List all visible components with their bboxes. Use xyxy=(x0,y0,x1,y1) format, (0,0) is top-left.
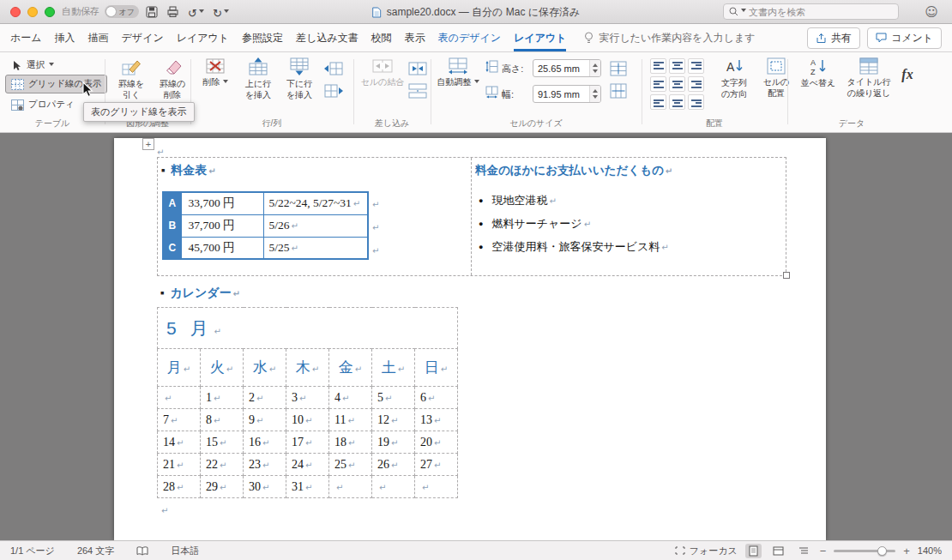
date-cell[interactable]: 9 xyxy=(244,409,286,431)
date-cell[interactable]: 8 xyxy=(201,409,244,431)
date-cell[interactable]: 18 xyxy=(329,431,372,454)
table-resize-handle[interactable] xyxy=(783,272,790,279)
date-cell[interactable]: 14 xyxy=(158,431,201,454)
row-height-stepper[interactable] xyxy=(589,60,600,76)
sort-button[interactable]: AZ 並べ替え xyxy=(796,56,841,89)
column-width-spinner[interactable] xyxy=(533,85,601,103)
select-button[interactable]: 選択 xyxy=(5,56,60,75)
tab-design[interactable]: デザイン xyxy=(122,24,164,51)
date-cell[interactable]: 5 xyxy=(372,387,415,409)
calendar-weekday-row[interactable]: 月 火 水 木 金 土 日 xyxy=(158,349,458,387)
tab-review[interactable]: 校閲 xyxy=(371,24,392,51)
date-cell[interactable]: 2 xyxy=(244,387,286,409)
redo-button[interactable] xyxy=(213,5,229,19)
column-width-stepper[interactable] xyxy=(589,86,600,102)
table-move-handle[interactable] xyxy=(142,138,154,150)
weekday-cell[interactable]: 日 xyxy=(415,349,458,387)
table-row[interactable]: A 33,700 円 5/22~24, 5/27~31 xyxy=(163,192,368,214)
date-cell[interactable]: 12 xyxy=(372,409,415,431)
align-bottom-right-button[interactable] xyxy=(688,94,704,110)
layout-table[interactable]: 料金表 A 33,700 円 5/22~24, 5/27~31 B 37,700… xyxy=(157,157,786,276)
window-minimize-button[interactable] xyxy=(27,7,38,17)
document-canvas[interactable]: 料金表 A 33,700 円 5/22~24, 5/27~31 B 37,700… xyxy=(0,133,952,540)
date-cell[interactable]: 20 xyxy=(415,431,458,454)
tell-me-box[interactable]: 実行したい作業内容を入力します xyxy=(584,24,755,51)
tab-table-layout[interactable]: レイアウト xyxy=(514,24,566,51)
zoom-out-button[interactable] xyxy=(820,545,827,557)
stepper-up-icon[interactable] xyxy=(593,87,598,93)
date-cell[interactable]: 26 xyxy=(372,454,415,476)
autosave-toggle[interactable]: オフ xyxy=(105,5,139,18)
price-row-key[interactable]: B xyxy=(163,214,181,237)
dates-cell[interactable]: 5/26 xyxy=(263,214,368,237)
insert-above-button[interactable]: 上に行 を挿入 xyxy=(238,56,278,100)
feedback-smiley-button[interactable] xyxy=(925,4,938,20)
delete-table-button[interactable]: 削除 xyxy=(196,56,235,88)
stepper-down-icon[interactable] xyxy=(593,69,598,75)
calendar-week-row[interactable]: 28 29 30 31 xyxy=(158,476,458,498)
zoom-slider-knob[interactable] xyxy=(877,546,887,556)
formula-button[interactable]: fx xyxy=(895,63,919,87)
calendar-month-row[interactable]: 5 月 xyxy=(158,308,458,349)
save-button[interactable] xyxy=(146,5,158,19)
insert-right-button[interactable] xyxy=(322,81,345,101)
date-cell[interactable]: 29 xyxy=(201,476,244,498)
table-row[interactable]: B 37,700 円 5/26 xyxy=(163,214,368,237)
calendar-week-row[interactable]: 21 22 23 24 25 26 27 xyxy=(158,454,458,476)
calendar-week-row[interactable]: 14 15 16 17 18 19 20 xyxy=(158,431,458,454)
table-properties-button[interactable]: プロパティ xyxy=(5,95,81,114)
web-layout-view-button[interactable] xyxy=(769,545,787,557)
split-cells-button[interactable] xyxy=(407,58,429,79)
insert-below-button[interactable]: 下に行 を挿入 xyxy=(280,56,319,100)
price-cell[interactable]: 45,700 円 xyxy=(181,237,263,259)
date-cell[interactable]: 10 xyxy=(286,409,329,431)
row-height-input[interactable] xyxy=(533,60,589,76)
weekday-cell[interactable]: 水 xyxy=(244,349,286,387)
date-cell[interactable]: 17 xyxy=(286,431,329,454)
align-center-right-button[interactable] xyxy=(688,76,704,92)
draw-table-button[interactable]: 罫線を 引く xyxy=(111,56,151,100)
document-search-field[interactable] xyxy=(723,3,899,20)
print-layout-view-button[interactable] xyxy=(745,544,762,558)
date-cell[interactable]: 27 xyxy=(415,454,458,476)
align-center-button[interactable] xyxy=(669,76,685,92)
date-cell[interactable] xyxy=(372,476,415,498)
price-row-key[interactable]: A xyxy=(163,192,181,214)
page-indicator[interactable]: 1/1 ページ xyxy=(10,545,55,557)
tab-mailings[interactable]: 差し込み文書 xyxy=(296,24,359,51)
date-cell[interactable]: 19 xyxy=(372,431,415,454)
zoom-in-button[interactable] xyxy=(903,545,910,557)
stepper-up-icon[interactable] xyxy=(593,61,598,67)
price-table[interactable]: A 33,700 円 5/22~24, 5/27~31 B 37,700 円 5… xyxy=(162,191,369,260)
calendar-week-row[interactable]: 7 8 9 10 11 12 13 xyxy=(158,409,458,431)
text-direction-button[interactable]: A 文字列 の方向 xyxy=(714,56,755,99)
column-width-input[interactable] xyxy=(533,86,589,102)
proofing-status-button[interactable] xyxy=(136,546,148,556)
date-cell[interactable]: 3 xyxy=(286,387,329,409)
date-cell[interactable]: 15 xyxy=(201,431,244,454)
tab-insert[interactable]: 挿入 xyxy=(55,24,75,51)
date-cell[interactable] xyxy=(329,476,372,498)
tab-draw[interactable]: 描画 xyxy=(88,24,109,51)
repeat-header-rows-button[interactable]: タイトル行 の繰り返し xyxy=(844,56,894,99)
weekday-cell[interactable]: 木 xyxy=(286,349,329,387)
date-cell[interactable] xyxy=(415,476,458,498)
word-count[interactable]: 264 文字 xyxy=(77,545,114,557)
date-cell[interactable]: 7 xyxy=(158,409,201,431)
window-zoom-button[interactable] xyxy=(45,7,55,17)
search-input[interactable] xyxy=(749,7,893,17)
split-table-button[interactable] xyxy=(407,81,429,101)
date-cell[interactable]: 28 xyxy=(158,476,201,498)
date-cell[interactable]: 31 xyxy=(286,476,329,498)
language-indicator[interactable]: 日本語 xyxy=(171,545,199,557)
share-button[interactable]: 共有 xyxy=(807,27,860,49)
align-top-center-button[interactable] xyxy=(669,58,685,74)
calendar-month-cell[interactable]: 5 月 xyxy=(158,308,458,349)
weekday-cell[interactable]: 火 xyxy=(201,349,244,387)
calendar-week-row[interactable]: 1 2 3 4 5 6 xyxy=(158,387,458,409)
stepper-down-icon[interactable] xyxy=(593,95,598,101)
tab-references[interactable]: 参照設定 xyxy=(242,24,283,51)
undo-button[interactable] xyxy=(188,5,204,19)
date-cell[interactable]: 30 xyxy=(244,476,286,498)
align-bottom-left-button[interactable] xyxy=(650,94,666,110)
